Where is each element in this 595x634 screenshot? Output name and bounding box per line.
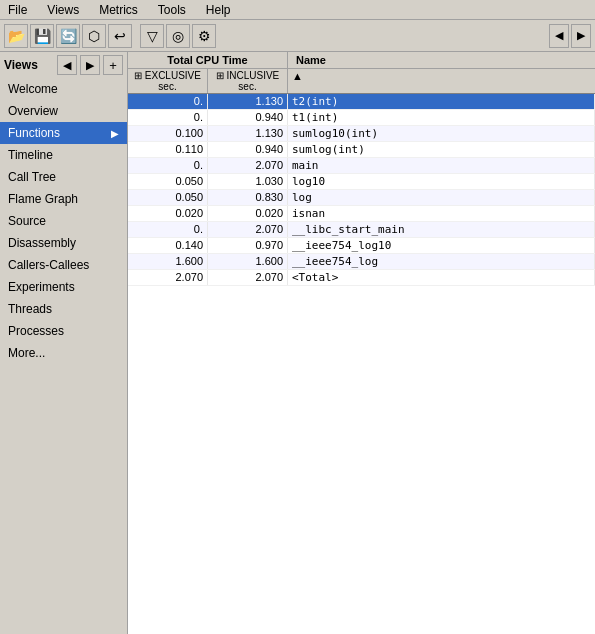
cell-function-name: sumlog10(int) bbox=[288, 126, 595, 141]
table-row[interactable]: 0.1400.970__ieee754_log10 bbox=[128, 238, 595, 254]
cell-exclusive: 0.110 bbox=[128, 142, 208, 157]
cell-inclusive: 2.070 bbox=[208, 158, 288, 173]
cell-function-name: main bbox=[288, 158, 595, 173]
cell-function-name: log bbox=[288, 190, 595, 205]
main-layout: Views ◀ ▶ + Welcome Overview Functions ▶… bbox=[0, 52, 595, 634]
sidebar-header: Views bbox=[4, 58, 54, 72]
sidebar-item-timeline[interactable]: Timeline bbox=[0, 144, 127, 166]
cell-exclusive: 0. bbox=[128, 158, 208, 173]
cell-exclusive: 2.070 bbox=[128, 270, 208, 285]
toolbar-gear-btn[interactable]: ⚙ bbox=[192, 24, 216, 48]
table-name-header: Name bbox=[296, 54, 326, 66]
table-row[interactable]: 2.0702.070<Total> bbox=[128, 270, 595, 286]
table-row[interactable]: 0.1001.130sumlog10(int) bbox=[128, 126, 595, 142]
cell-inclusive: 0.940 bbox=[208, 110, 288, 125]
cell-exclusive: 0. bbox=[128, 222, 208, 237]
cell-exclusive: 0.020 bbox=[128, 206, 208, 221]
sidebar: Views ◀ ▶ + Welcome Overview Functions ▶… bbox=[0, 52, 128, 634]
cell-inclusive: 1.030 bbox=[208, 174, 288, 189]
sidebar-item-functions-arrow: ▶ bbox=[111, 128, 119, 139]
table-body: 0.1.130t2(int)0.0.940t1(int)0.1001.130su… bbox=[128, 94, 595, 634]
sidebar-item-threads[interactable]: Threads bbox=[0, 298, 127, 320]
sidebar-item-processes[interactable]: Processes bbox=[0, 320, 127, 342]
cell-exclusive: 0.050 bbox=[128, 174, 208, 189]
sidebar-item-source[interactable]: Source bbox=[0, 210, 127, 232]
cell-inclusive: 1.130 bbox=[208, 94, 288, 109]
menu-bar: File Views Metrics Tools Help bbox=[0, 0, 595, 20]
menu-views[interactable]: Views bbox=[43, 1, 83, 19]
sidebar-item-welcome[interactable]: Welcome bbox=[0, 78, 127, 100]
table-row[interactable]: 0.2.070main bbox=[128, 158, 595, 174]
cell-inclusive: 0.020 bbox=[208, 206, 288, 221]
sidebar-item-overview[interactable]: Overview bbox=[0, 100, 127, 122]
menu-help[interactable]: Help bbox=[202, 1, 235, 19]
cell-function-name: log10 bbox=[288, 174, 595, 189]
toolbar-back-btn[interactable]: ◀ bbox=[549, 24, 569, 48]
toolbar-undo-btn[interactable]: ↩ bbox=[108, 24, 132, 48]
sidebar-item-more[interactable]: More... bbox=[0, 342, 127, 364]
cell-function-name: __ieee754_log bbox=[288, 254, 595, 269]
table-row[interactable]: 1.6001.600__ieee754_log bbox=[128, 254, 595, 270]
menu-metrics[interactable]: Metrics bbox=[95, 1, 142, 19]
table-row[interactable]: 0.0.940t1(int) bbox=[128, 110, 595, 126]
table-row[interactable]: 0.2.070__libc_start_main bbox=[128, 222, 595, 238]
table-row[interactable]: 0.1100.940sumlog(int) bbox=[128, 142, 595, 158]
cell-inclusive: 0.970 bbox=[208, 238, 288, 253]
cell-function-name: isnan bbox=[288, 206, 595, 221]
sidebar-item-functions[interactable]: Functions ▶ bbox=[0, 122, 127, 144]
sidebar-item-flame-graph[interactable]: Flame Graph bbox=[0, 188, 127, 210]
table-row[interactable]: 0.0200.020isnan bbox=[128, 206, 595, 222]
cell-exclusive: 0.100 bbox=[128, 126, 208, 141]
menu-file[interactable]: File bbox=[4, 1, 31, 19]
toolbar-forward-btn[interactable]: ▶ bbox=[571, 24, 591, 48]
toolbar-target-btn[interactable]: ◎ bbox=[166, 24, 190, 48]
cell-exclusive: 0.140 bbox=[128, 238, 208, 253]
cell-function-name: t2(int) bbox=[288, 94, 595, 109]
sort-indicator: ▲ bbox=[292, 70, 303, 82]
sidebar-add-btn[interactable]: + bbox=[103, 55, 123, 75]
col-inclusive-unit: sec. bbox=[212, 81, 283, 92]
cell-exclusive: 0. bbox=[128, 94, 208, 109]
cell-function-name: sumlog(int) bbox=[288, 142, 595, 157]
cell-inclusive: 2.070 bbox=[208, 270, 288, 285]
cell-function-name: __libc_start_main bbox=[288, 222, 595, 237]
sidebar-item-disassembly[interactable]: Disassembly bbox=[0, 232, 127, 254]
table-row[interactable]: 0.0500.830log bbox=[128, 190, 595, 206]
cell-inclusive: 1.130 bbox=[208, 126, 288, 141]
cell-function-name: <Total> bbox=[288, 270, 595, 285]
cell-inclusive: 2.070 bbox=[208, 222, 288, 237]
toolbar-save-btn[interactable]: 🔄 bbox=[56, 24, 80, 48]
content-area: Total CPU Time Name ⊞ EXCLUSIVE sec. ⊞ I… bbox=[128, 52, 595, 634]
sidebar-item-callers-callees[interactable]: Callers-Callees bbox=[0, 254, 127, 276]
sidebar-item-call-tree[interactable]: Call Tree bbox=[0, 166, 127, 188]
cell-inclusive: 0.830 bbox=[208, 190, 288, 205]
sidebar-forward-btn[interactable]: ▶ bbox=[80, 55, 100, 75]
toolbar-print-btn[interactable]: ⬡ bbox=[82, 24, 106, 48]
cell-inclusive: 1.600 bbox=[208, 254, 288, 269]
cell-function-name: __ieee754_log10 bbox=[288, 238, 595, 253]
cell-exclusive: 1.600 bbox=[128, 254, 208, 269]
toolbar-new-btn[interactable]: 📂 bbox=[4, 24, 28, 48]
sidebar-item-experiments[interactable]: Experiments bbox=[0, 276, 127, 298]
cell-exclusive: 0. bbox=[128, 110, 208, 125]
cell-exclusive: 0.050 bbox=[128, 190, 208, 205]
table-row[interactable]: 0.1.130t2(int) bbox=[128, 94, 595, 110]
cell-inclusive: 0.940 bbox=[208, 142, 288, 157]
table-group-header: Total CPU Time bbox=[167, 54, 247, 66]
col-inclusive-label: ⊞ INCLUSIVE bbox=[212, 70, 283, 81]
toolbar-open-btn[interactable]: 💾 bbox=[30, 24, 54, 48]
sidebar-back-btn[interactable]: ◀ bbox=[57, 55, 77, 75]
table-row[interactable]: 0.0501.030log10 bbox=[128, 174, 595, 190]
toolbar-filter-btn[interactable]: ▽ bbox=[140, 24, 164, 48]
col-exclusive-unit: sec. bbox=[132, 81, 203, 92]
col-exclusive-label: ⊞ EXCLUSIVE bbox=[132, 70, 203, 81]
toolbar: 📂 💾 🔄 ⬡ ↩ ▽ ◎ ⚙ ◀ ▶ bbox=[0, 20, 595, 52]
cell-function-name: t1(int) bbox=[288, 110, 595, 125]
menu-tools[interactable]: Tools bbox=[154, 1, 190, 19]
